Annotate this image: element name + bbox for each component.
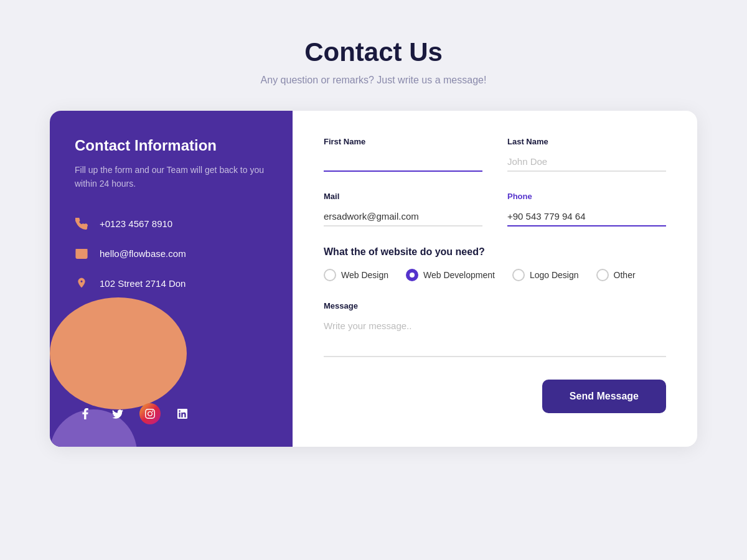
email-item: hello@flowbase.com xyxy=(75,247,268,261)
last-name-input[interactable] xyxy=(507,152,666,172)
mail-input[interactable] xyxy=(324,207,482,226)
phone-text: +0123 4567 8910 xyxy=(100,218,172,229)
option-web-development[interactable]: Web Development xyxy=(406,269,495,281)
send-message-button[interactable]: Send Message xyxy=(542,380,666,413)
phone-group: Phone xyxy=(507,192,666,226)
radio-other[interactable] xyxy=(596,269,609,281)
label-logo-design: Logo Design xyxy=(530,270,579,280)
phone-item: +0123 4567 8910 xyxy=(75,217,268,231)
address-text: 102 Street 2714 Don xyxy=(100,278,186,289)
first-name-label: First Name xyxy=(324,137,482,146)
social-row xyxy=(75,403,268,447)
message-group: Message xyxy=(324,301,666,357)
contact-card: Contact Information Fill up the form and… xyxy=(50,111,697,447)
radio-web-development[interactable] xyxy=(406,269,418,281)
instagram-button[interactable] xyxy=(139,403,161,424)
linkedin-button[interactable] xyxy=(172,403,193,424)
website-question-group: What the of website do you need? Web Des… xyxy=(324,246,666,301)
radio-web-design[interactable] xyxy=(324,269,336,281)
phone-icon xyxy=(75,217,88,231)
last-name-group: Last Name xyxy=(507,137,666,172)
page-title: Contact Us xyxy=(261,37,487,67)
website-question: What the of website do you need? xyxy=(324,246,666,258)
first-name-group: First Name xyxy=(324,137,482,172)
info-panel: Contact Information Fill up the form and… xyxy=(50,111,293,447)
page-header: Contact Us Any question or remarks? Just… xyxy=(261,37,487,86)
message-label: Message xyxy=(324,301,666,310)
option-other[interactable]: Other xyxy=(596,269,636,281)
message-textarea[interactable] xyxy=(324,317,666,357)
page-subtitle: Any question or remarks? Just write us a… xyxy=(261,75,487,86)
radio-options-row: Web Design Web Development Logo Design O… xyxy=(324,269,666,281)
phone-label: Phone xyxy=(507,192,666,201)
location-icon xyxy=(75,277,88,291)
label-web-design: Web Design xyxy=(341,270,388,280)
option-web-design[interactable]: Web Design xyxy=(324,269,388,281)
address-item: 102 Street 2714 Don xyxy=(75,277,268,291)
info-panel-description: Fill up the form and our Team will get b… xyxy=(75,163,268,191)
phone-input[interactable] xyxy=(507,207,666,226)
option-logo-design[interactable]: Logo Design xyxy=(512,269,579,281)
email-icon xyxy=(75,247,88,261)
twitter-button[interactable] xyxy=(107,403,128,424)
form-panel: First Name Last Name Mail Phone What the… xyxy=(293,111,697,447)
first-name-input[interactable] xyxy=(324,152,482,172)
label-web-development: Web Development xyxy=(423,270,495,280)
email-text: hello@flowbase.com xyxy=(100,248,186,259)
info-panel-title: Contact Information xyxy=(75,137,268,154)
facebook-button[interactable] xyxy=(75,403,96,424)
last-name-label: Last Name xyxy=(507,137,666,146)
mail-group: Mail xyxy=(324,192,482,226)
name-row: First Name Last Name xyxy=(324,137,666,172)
deco-pink-ellipse xyxy=(50,297,187,409)
mail-label: Mail xyxy=(324,192,482,201)
label-other: Other xyxy=(614,270,636,280)
radio-logo-design[interactable] xyxy=(512,269,525,281)
contact-row: Mail Phone xyxy=(324,192,666,226)
